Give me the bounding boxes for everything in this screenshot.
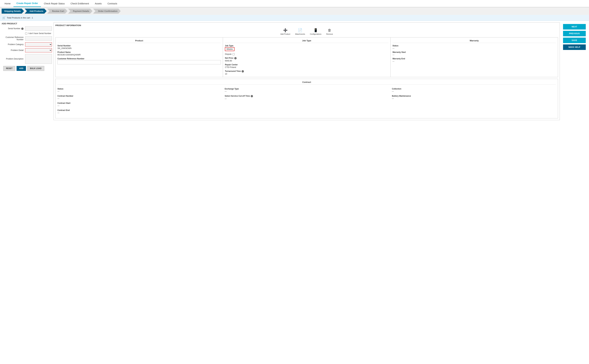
warranty-column-title: Warranty xyxy=(392,39,556,43)
repair-center-label: Repair Center xyxy=(225,64,388,66)
contract-box: Contract Status — Contract Number — xyxy=(55,79,558,118)
add-button[interactable]: ADD xyxy=(17,66,26,71)
nav-assets[interactable]: Assets xyxy=(92,0,105,7)
exchange-type-field: Exchange Type — xyxy=(225,88,389,93)
add-product-icon: ➕ xyxy=(283,28,288,32)
contract-start-field: Contract Start — xyxy=(57,102,221,107)
problem-category-row: Problem Category xyxy=(2,42,52,46)
contract-col-2: Exchange Type — Select Service Cut-off T… xyxy=(225,86,389,116)
service-cutoff-value: — xyxy=(225,98,389,100)
no-serial-row: I don't have Serial Number xyxy=(25,32,52,34)
step-order-confirmation[interactable]: Order Confirmation xyxy=(93,9,121,14)
configurations-icon: 📱 xyxy=(313,28,318,32)
serial-number-info-icon[interactable]: i xyxy=(21,27,24,30)
action-configurations[interactable]: 📱 Configurations xyxy=(310,28,321,35)
battery-maintenance-value: — xyxy=(392,98,556,100)
product-name-field-value: MC9190-G30SWAQA6WR xyxy=(57,54,221,56)
configurations-label: Configurations xyxy=(310,33,321,35)
cart-bar: 🛒 Total Products in the cart : 1 xyxy=(0,15,589,21)
product-column-title: Product xyxy=(57,39,221,43)
nav-check-repair-status[interactable]: Check Repair Status xyxy=(41,0,67,7)
battery-maintenance-field: Battery Maintenance — xyxy=(392,95,556,100)
turnaround-value: 10 xyxy=(225,73,388,75)
remove-label: Remove xyxy=(326,33,333,35)
net-price-info-icon[interactable]: i xyxy=(234,57,237,59)
cust-ref-field-label: Customer Reference Number xyxy=(57,58,221,60)
step-review-cart[interactable]: Review Cart xyxy=(47,9,67,14)
action-remove[interactable]: 🗑 Remove xyxy=(326,28,333,35)
action-add-product[interactable]: ➕ Add Product xyxy=(280,28,290,35)
warranty-start-value: — xyxy=(392,54,556,56)
nav-home[interactable]: Home xyxy=(2,0,13,7)
cart-icon: 🛒 xyxy=(2,16,6,19)
product-info-box: PRODUCT INFORMATION ➕ Add Product 📄 Atta… xyxy=(53,22,560,120)
collection-label: Collection xyxy=(392,88,556,90)
turnaround-info-icon[interactable]: i xyxy=(242,70,244,72)
save-button[interactable]: SAVE xyxy=(563,38,586,43)
contract-end-field: Contract End — xyxy=(57,109,221,114)
nav-contracts[interactable]: Contracts xyxy=(105,0,120,7)
form-buttons: RESET ADD BULK LOAD xyxy=(3,66,52,71)
problem-detail-select[interactable] xyxy=(25,48,52,52)
no-serial-checkbox[interactable] xyxy=(25,32,27,34)
customer-ref-row: Customer Reference Number xyxy=(2,36,52,41)
next-button[interactable]: NEXT xyxy=(563,24,586,30)
action-attachments[interactable]: 📄 Attachments xyxy=(295,28,305,35)
turnaround-label: Turnaround Time i xyxy=(225,70,388,72)
contract-title: Contract xyxy=(57,81,556,84)
problem-detail-row: Problem Detail xyxy=(2,48,52,52)
customer-ref-input[interactable] xyxy=(25,36,52,40)
add-product-label: Add Product xyxy=(280,33,290,35)
exchange-type-label: Exchange Type xyxy=(225,88,389,90)
steps-bar: Shipping Details Add Products Review Car… xyxy=(0,7,589,15)
problem-category-label: Problem Category xyxy=(2,43,25,46)
add-product-title: ADD PRODUCT xyxy=(2,22,52,25)
net-price-value: €840.80 xyxy=(225,60,388,62)
problem-description-textarea[interactable] xyxy=(25,54,52,64)
add-product-panel: ADD PRODUCT Serial Number i I don't have… xyxy=(2,22,52,120)
reset-button[interactable]: RESET xyxy=(3,66,15,71)
problem-description-label: Problem Description xyxy=(2,58,25,60)
service-cutoff-field: Select Service Cut-off Time i — xyxy=(225,95,389,100)
job-type-badge[interactable]: Billable xyxy=(225,47,234,51)
nav-check-entitlement[interactable]: Check Entitlement xyxy=(68,0,92,7)
service-cutoff-info-icon[interactable]: i xyxy=(251,95,253,97)
serial-number-input[interactable] xyxy=(25,26,52,31)
contract-grid: Status — Contract Number — Contract Star… xyxy=(57,86,556,116)
contract-col-3: Collection — Battery Maintenance — xyxy=(392,86,556,116)
step-add-products[interactable]: Add Products xyxy=(25,9,46,14)
main-content: ADD PRODUCT Serial Number i I don't have… xyxy=(0,21,589,122)
serial-number-field-value: SN_UNKNOWN xyxy=(57,47,221,49)
warranty-status-value: — xyxy=(392,47,556,49)
collection-value: — xyxy=(392,90,556,93)
sidebar-buttons: NEXT PREVIOUS SAVE NEED HELP xyxy=(561,22,587,120)
serial-number-label: Serial Number i xyxy=(2,27,25,30)
remove-icon: 🗑 xyxy=(328,28,331,32)
need-help-button[interactable]: NEED HELP xyxy=(563,45,586,50)
warranty-end-label: Warranty End xyxy=(392,58,556,60)
problem-category-select[interactable] xyxy=(25,42,52,46)
warranty-status-label: Status xyxy=(392,45,556,47)
step-shipping-details[interactable]: Shipping Details xyxy=(2,9,24,14)
job-type-column: Job Type Job Type Billable Dispute Net P… xyxy=(223,38,390,77)
contract-status-label: Status xyxy=(57,88,221,90)
step-payment-details[interactable]: Payment Details xyxy=(68,9,93,14)
cart-total-text: Total Products in the cart : 1 xyxy=(7,17,33,19)
product-column: Product Serial Number SN_UNKNOWN Product… xyxy=(55,38,223,77)
previous-button[interactable]: PREVIOUS xyxy=(563,31,586,36)
contract-col-1: Status — Contract Number — Contract Star… xyxy=(57,86,221,116)
product-info-panel: PRODUCT INFORMATION ➕ Add Product 📄 Atta… xyxy=(53,22,560,120)
exchange-type-value: — xyxy=(225,90,389,93)
top-navigation: Home Create Repair Order Check Repair St… xyxy=(0,0,589,7)
serial-number-field-label: Serial Number xyxy=(57,45,221,47)
nav-create-repair-order[interactable]: Create Repair Order xyxy=(13,0,41,7)
dispute-checkbox[interactable] xyxy=(232,53,235,55)
cust-ref-field-input[interactable] xyxy=(57,60,221,64)
customer-ref-label: Customer Reference Number xyxy=(2,36,25,41)
bulk-load-button[interactable]: BULK LOAD xyxy=(27,66,44,71)
contract-start-value: — xyxy=(57,104,221,107)
product-name-field-label: Product Name xyxy=(57,51,221,53)
contract-status-field: Status — xyxy=(57,88,221,93)
collection-field: Collection — xyxy=(392,88,556,93)
net-price-label: Net Price i xyxy=(225,57,388,59)
